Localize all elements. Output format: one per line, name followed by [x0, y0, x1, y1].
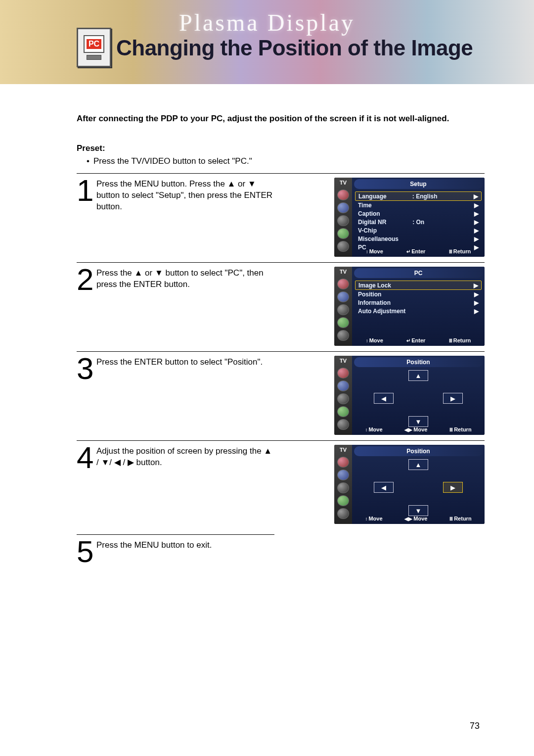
- up-icon: ▲: [415, 372, 422, 379]
- osd-row-misc[interactable]: Miscellaneous▶: [355, 235, 482, 243]
- step-number: 1: [77, 177, 96, 256]
- return-icon: Ⅲ: [449, 427, 453, 432]
- osd-row-digital-nr[interactable]: Digital NR: On▶: [355, 218, 482, 226]
- step-number: 3: [77, 355, 96, 434]
- return-icon: Ⅲ: [449, 516, 453, 521]
- step-3: 3 Press the ENTER button to select "Posi…: [77, 351, 485, 440]
- position-pad: ▲ ▼ ◀ ▶: [374, 370, 463, 427]
- osd-main: Setup Language: English▶ Time▶ Caption▶ …: [352, 178, 485, 257]
- osd-sidebar-label: TV: [340, 358, 347, 364]
- step-text: Press the MENU button to exit.: [96, 538, 212, 568]
- osd-title: Setup: [354, 179, 483, 189]
- page-number: 73: [470, 721, 480, 731]
- osd-sidebar: TV: [334, 445, 352, 524]
- osd-sidebar: TV: [334, 356, 352, 435]
- osd-sidebar-icon: [337, 393, 349, 404]
- osd-sidebar-label: TV: [340, 180, 347, 186]
- updown-icon: ↕: [365, 516, 367, 521]
- osd-sidebar-icon: [337, 317, 349, 328]
- osd-sidebar-icon: [337, 215, 349, 226]
- step-text: Press the ENTER button to select "Positi…: [96, 355, 263, 434]
- page-title: Changing the Position of the Image: [116, 36, 473, 60]
- osd-sidebar-icon: [337, 279, 349, 289]
- osd-sidebar-icon: [337, 406, 349, 417]
- right-icon: ▶: [450, 484, 455, 491]
- leftright-icon: ◀▶: [404, 427, 412, 432]
- return-icon: Ⅲ: [449, 249, 452, 254]
- osd-title: PC: [354, 268, 483, 278]
- osd-sidebar-icon: [337, 482, 349, 493]
- osd-sidebar-icon: [337, 228, 349, 239]
- osd-sidebar-icon: [337, 189, 349, 200]
- osd-row-information[interactable]: Information▶: [355, 298, 482, 307]
- osd-row-language[interactable]: Language: English▶: [355, 191, 482, 201]
- page-header: Plasma Display PC Changing the Position …: [0, 0, 534, 84]
- return-icon: Ⅲ: [449, 338, 452, 343]
- down-icon: ▼: [415, 507, 422, 515]
- osd-row-vchip[interactable]: V-Chip▶: [355, 226, 482, 235]
- osd-sidebar-icon: [337, 202, 349, 213]
- osd-sidebar-icon: [337, 304, 349, 315]
- updown-icon: ↕: [366, 249, 368, 254]
- step-number: 4: [77, 444, 96, 523]
- osd-title: Position: [354, 446, 483, 456]
- osd-setup-screenshot: TV Setup Language: English▶ Time▶ Captio…: [334, 178, 485, 257]
- step-4: 4 Adjust the position of screen by press…: [77, 440, 485, 529]
- osd-position-screenshot: TV Position ▲ ▼ ◀ ▶ ↕Move ◀▶Move ⅢRe: [334, 445, 485, 524]
- osd-menu-list: Language: English▶ Time▶ Caption▶ Digita…: [352, 190, 485, 252]
- position-up-button[interactable]: ▲: [408, 370, 428, 381]
- step-text: Press the MENU button. Press the ▲ or ▼ …: [96, 177, 274, 256]
- osd-main: PC Image Lock▶ Position▶ Information▶ Au…: [352, 267, 485, 346]
- content-area: After connecting the PDP to your PC, adj…: [0, 84, 534, 574]
- updown-icon: ↕: [366, 338, 368, 343]
- position-up-button[interactable]: ▲: [408, 459, 428, 470]
- position-right-button[interactable]: ▶: [443, 482, 463, 493]
- step-5: 5 Press the MENU button to exit.: [77, 534, 274, 574]
- left-icon: ◀: [381, 395, 386, 402]
- osd-sidebar: TV: [334, 178, 352, 257]
- position-pad: ▲ ▼ ◀ ▶: [374, 459, 463, 516]
- pc-source-icon: PC: [77, 28, 111, 67]
- leftright-icon: ◀▶: [404, 516, 412, 521]
- preset-instruction: • Press the TV/VIDEO button to select "P…: [87, 156, 485, 166]
- osd-footer: ↕Move ◀▶Move ⅢReturn: [352, 514, 485, 523]
- pc-badge: PC: [87, 39, 101, 49]
- osd-row-caption[interactable]: Caption▶: [355, 209, 482, 218]
- step-2: 2 Press the ▲ or ▼ button to select "PC"…: [77, 262, 485, 351]
- down-icon: ▼: [415, 418, 422, 425]
- osd-sidebar-icon: [337, 508, 349, 519]
- osd-main: Position ▲ ▼ ◀ ▶ ↕Move ◀▶Move ⅢReturn: [352, 356, 485, 435]
- osd-sidebar-icon: [337, 470, 349, 480]
- step-text: Adjust the position of screen by pressin…: [96, 444, 274, 523]
- position-left-button[interactable]: ◀: [374, 393, 394, 404]
- step-1: 1 Press the MENU button. Press the ▲ or …: [77, 173, 485, 262]
- preset-heading: Preset:: [77, 143, 485, 153]
- osd-row-position[interactable]: Position▶: [355, 290, 482, 298]
- osd-sidebar-label: TV: [340, 269, 347, 275]
- osd-sidebar-icon: [337, 495, 349, 506]
- left-icon: ◀: [381, 484, 386, 491]
- preset-text: Press the TV/VIDEO button to select "PC.…: [93, 156, 252, 166]
- pc-monitor-icon: PC: [84, 35, 104, 53]
- up-icon: ▲: [415, 461, 422, 469]
- osd-title: Position: [354, 357, 483, 367]
- step-text: Press the ▲ or ▼ button to select "PC", …: [96, 266, 274, 345]
- osd-footer: ↕Move ↵Enter ⅢReturn: [352, 336, 485, 345]
- osd-sidebar-icon: [337, 368, 349, 378]
- osd-sidebar-icon: [337, 241, 349, 252]
- osd-row-time[interactable]: Time▶: [355, 201, 482, 209]
- osd-sidebar: TV: [334, 267, 352, 346]
- bullet-icon: •: [87, 156, 89, 166]
- position-left-button[interactable]: ◀: [374, 482, 394, 493]
- osd-position-screenshot: TV Position ▲ ▼ ◀ ▶ ↕Move ◀▶Move ⅢRe: [334, 356, 485, 435]
- osd-sidebar-icon: [337, 380, 349, 391]
- enter-icon: ↵: [406, 338, 410, 343]
- enter-icon: ↵: [406, 249, 410, 254]
- position-right-button[interactable]: ▶: [443, 393, 463, 404]
- osd-footer: ↕Move ↵Enter ⅢReturn: [352, 247, 485, 256]
- osd-row-auto-adjust[interactable]: Auto Adjustment▶: [355, 307, 482, 315]
- osd-sidebar-label: TV: [340, 447, 347, 453]
- pc-base-icon: [87, 55, 101, 60]
- updown-icon: ↕: [365, 427, 367, 432]
- osd-row-image-lock[interactable]: Image Lock▶: [355, 281, 482, 290]
